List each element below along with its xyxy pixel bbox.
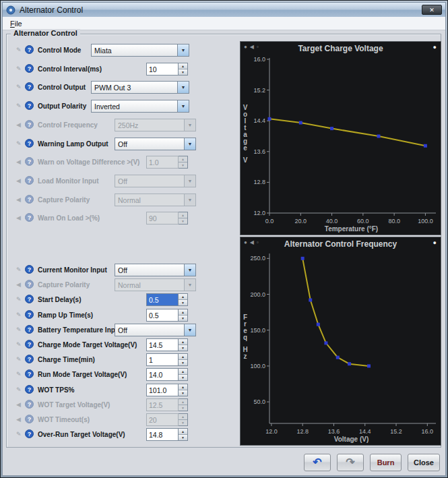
help-icon[interactable]: ?: [25, 369, 34, 378]
spin-down-icon[interactable]: [179, 218, 187, 224]
spin-down-icon[interactable]: [179, 69, 187, 75]
spin-up-icon[interactable]: [179, 429, 187, 435]
chevron-down-icon[interactable]: [177, 100, 189, 112]
dropdown[interactable]: Off: [115, 138, 196, 150]
record-icon[interactable]: ●: [244, 44, 247, 51]
spinner[interactable]: 14.0: [146, 368, 188, 381]
help-icon[interactable]: ?: [25, 400, 34, 409]
chevron-down-icon[interactable]: [184, 138, 195, 150]
help-icon[interactable]: ?: [25, 415, 34, 423]
help-icon[interactable]: ?: [25, 385, 34, 394]
help-icon[interactable]: ?: [25, 120, 34, 129]
help-icon[interactable]: ?: [25, 265, 34, 274]
chevron-down-icon[interactable]: [184, 264, 195, 276]
help-icon[interactable]: ?: [25, 340, 34, 349]
spinner[interactable]: 14.8: [146, 428, 188, 441]
dropdown[interactable]: Off: [115, 324, 196, 336]
spinner-value[interactable]: 101.0: [146, 384, 179, 396]
spinner[interactable]: 0.5: [146, 293, 188, 306]
help-icon[interactable]: ?: [25, 429, 34, 438]
spin-up-icon[interactable]: [179, 156, 187, 162]
spinner-value[interactable]: 14.5: [146, 338, 179, 351]
help-icon[interactable]: ?: [25, 325, 34, 334]
dropdown[interactable]: 250Hz: [115, 119, 196, 131]
help-icon[interactable]: ?: [25, 213, 34, 222]
dropdown[interactable]: Normal: [115, 278, 196, 291]
spin-down-icon[interactable]: [179, 300, 187, 305]
dropdown[interactable]: Off: [115, 264, 196, 276]
spinner-value[interactable]: 1.0: [146, 156, 179, 169]
spin-up-icon[interactable]: [179, 369, 187, 375]
help-icon[interactable]: ?: [25, 139, 34, 148]
spinner-value[interactable]: 1: [146, 353, 179, 366]
record-icon[interactable]: ●: [244, 239, 247, 246]
chevron-down-icon[interactable]: [184, 175, 195, 187]
spinner[interactable]: 1: [146, 353, 188, 366]
help-icon[interactable]: ?: [25, 280, 34, 289]
burn-button[interactable]: Burn: [370, 454, 402, 471]
spin-down-icon[interactable]: [179, 420, 187, 425]
help-icon[interactable]: ?: [25, 82, 34, 91]
spin-up-icon[interactable]: [179, 63, 187, 69]
spinner[interactable]: 0.5: [146, 309, 188, 322]
help-icon[interactable]: ?: [25, 195, 34, 204]
spinner-value[interactable]: 14.8: [146, 428, 179, 441]
spin-up-icon[interactable]: [179, 414, 187, 420]
chevron-down-icon[interactable]: [177, 44, 189, 56]
spinner-value[interactable]: 14.0: [146, 368, 179, 381]
spinner-value[interactable]: 0.5: [146, 309, 179, 322]
close-button[interactable]: Close: [408, 454, 440, 471]
panel-icon[interactable]: ▫: [257, 44, 259, 51]
dropdown[interactable]: Miata: [91, 44, 189, 57]
spinner[interactable]: 12.5: [146, 398, 188, 411]
chevron-down-icon[interactable]: [184, 324, 195, 336]
spin-down-icon[interactable]: [179, 375, 187, 380]
spin-down-icon[interactable]: [179, 316, 187, 321]
help-icon[interactable]: ?: [25, 101, 34, 110]
spin-down-icon[interactable]: [179, 345, 187, 351]
close-window-button[interactable]: ✕: [422, 5, 442, 15]
help-icon[interactable]: ?: [25, 310, 34, 319]
spin-up-icon[interactable]: [179, 309, 187, 316]
help-icon[interactable]: ?: [25, 64, 34, 73]
spinner-value[interactable]: 0.5: [146, 293, 179, 306]
menu-file[interactable]: File: [5, 19, 27, 28]
spinner[interactable]: 1.0: [146, 156, 188, 169]
spinner-value[interactable]: 10: [146, 63, 179, 76]
spin-up-icon[interactable]: [179, 212, 187, 218]
chevron-down-icon[interactable]: [184, 279, 195, 291]
spinner[interactable]: 90: [146, 212, 188, 225]
spin-down-icon[interactable]: [179, 390, 187, 396]
spin-up-icon[interactable]: [179, 294, 187, 300]
spin-up-icon[interactable]: [179, 339, 187, 345]
spinner-value[interactable]: 90: [146, 212, 179, 225]
spin-down-icon[interactable]: [179, 162, 187, 168]
spin-up-icon[interactable]: [179, 399, 187, 405]
speaker-icon[interactable]: ◀: [250, 44, 254, 51]
spinner[interactable]: 14.5: [146, 338, 188, 351]
dropdown[interactable]: Off: [115, 175, 196, 187]
undo-button[interactable]: ↶: [304, 454, 331, 471]
spinner-value[interactable]: 20: [146, 413, 179, 426]
dropdown[interactable]: Inverted: [91, 100, 189, 113]
spin-down-icon[interactable]: [179, 435, 187, 440]
help-icon[interactable]: ?: [25, 176, 34, 185]
chevron-down-icon[interactable]: [184, 119, 195, 131]
spin-down-icon[interactable]: [179, 405, 187, 411]
dropdown[interactable]: PWM Out 3: [91, 81, 189, 94]
spin-down-icon[interactable]: [179, 360, 187, 365]
speaker-icon[interactable]: ◀: [250, 239, 254, 246]
spin-up-icon[interactable]: [179, 384, 187, 390]
chevron-down-icon[interactable]: [184, 194, 195, 206]
help-icon[interactable]: ?: [25, 295, 34, 303]
help-icon[interactable]: ?: [25, 45, 34, 54]
spinner-value[interactable]: 12.5: [146, 398, 179, 411]
help-icon[interactable]: ?: [25, 157, 34, 166]
redo-button[interactable]: ↷: [337, 454, 364, 471]
spinner[interactable]: 10: [146, 63, 188, 76]
dropdown[interactable]: Normal: [115, 193, 196, 206]
spin-up-icon[interactable]: [179, 354, 187, 360]
panel-icon[interactable]: ▫: [257, 239, 259, 246]
help-icon[interactable]: ?: [25, 355, 34, 363]
chevron-down-icon[interactable]: [177, 82, 189, 93]
